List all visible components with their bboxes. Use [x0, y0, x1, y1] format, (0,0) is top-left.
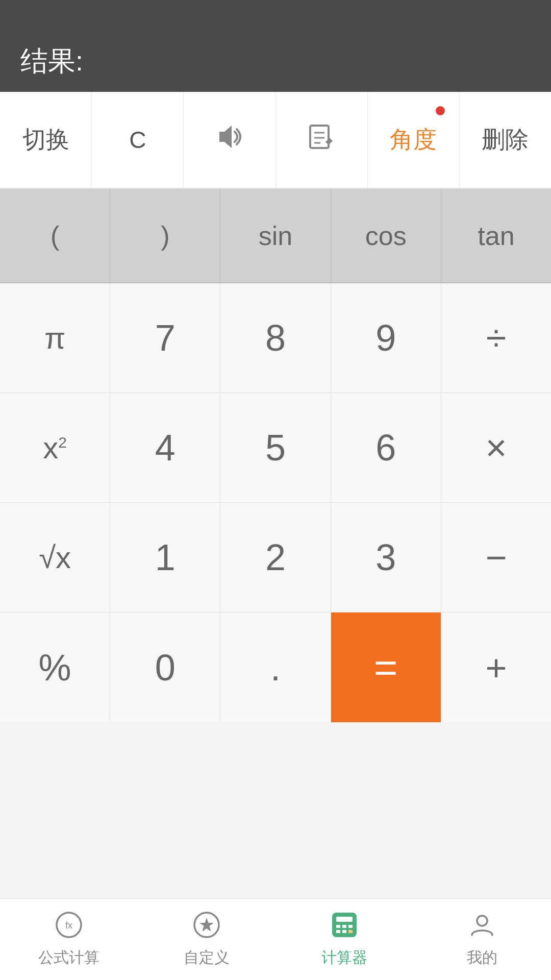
7-label: 7 — [155, 317, 176, 359]
svg-rect-1 — [310, 126, 329, 148]
plus-button[interactable]: + — [441, 612, 551, 722]
svg-point-17 — [477, 916, 487, 926]
angle-button[interactable]: 角度 — [368, 92, 460, 188]
equals-label: = — [374, 644, 398, 691]
status-bar — [0, 0, 551, 31]
sound-button[interactable] — [184, 92, 276, 188]
numpad: π 7 8 9 ÷ x2 4 5 — [0, 283, 551, 980]
4-label: 4 — [155, 427, 176, 469]
numpad-row-3: √x 1 2 3 − — [0, 503, 551, 612]
lparen-label: ( — [51, 220, 59, 251]
mine-label: 我的 — [467, 947, 497, 968]
multiply-button[interactable]: × — [441, 393, 551, 502]
equals-button[interactable]: = — [331, 612, 441, 722]
sqrt-button[interactable]: √x — [0, 503, 110, 612]
nav-calculator[interactable]: 计算器 — [276, 899, 413, 980]
custom-label: 自定义 — [184, 947, 230, 968]
sin-button[interactable]: sin — [220, 189, 331, 282]
calculator-icon — [330, 911, 359, 943]
7-button[interactable]: 7 — [110, 283, 220, 393]
0-label: 0 — [155, 647, 176, 689]
edit-icon — [306, 121, 337, 158]
svg-rect-14 — [336, 930, 340, 933]
svg-rect-15 — [342, 930, 346, 933]
cos-label: cos — [365, 220, 407, 251]
svg-rect-10 — [336, 917, 353, 922]
svg-rect-16 — [348, 930, 353, 933]
divide-button[interactable]: ÷ — [441, 283, 551, 393]
numpad-row-1: π 7 8 9 ÷ — [0, 283, 551, 393]
svg-rect-12 — [342, 925, 346, 928]
nav-formula[interactable]: fx 公式计算 — [0, 899, 138, 980]
xsq-label: x2 — [43, 430, 67, 465]
lparen-button[interactable]: ( — [0, 189, 110, 282]
toolbar: 切换 C — [0, 92, 551, 189]
nav-mine[interactable]: 我的 — [413, 899, 551, 980]
6-button[interactable]: 6 — [331, 393, 441, 502]
3-button[interactable]: 3 — [331, 503, 441, 612]
angle-label: 角度 — [390, 124, 437, 156]
8-label: 8 — [265, 317, 286, 359]
rparen-button[interactable]: ) — [110, 189, 220, 282]
minus-label: − — [485, 536, 507, 578]
numpad-row-4: % 0 . = + — [0, 612, 551, 722]
cos-button[interactable]: cos — [331, 189, 441, 282]
dot-button[interactable]: . — [220, 612, 331, 722]
calculator-app: 结果: 切换 C — [0, 0, 551, 980]
svg-text:fx: fx — [65, 920, 72, 930]
switch-button[interactable]: 切换 — [0, 92, 92, 188]
2-button[interactable]: 2 — [220, 503, 331, 612]
svg-rect-13 — [348, 925, 353, 928]
pi-label: π — [44, 321, 65, 356]
8-button[interactable]: 8 — [220, 283, 331, 393]
6-label: 6 — [375, 427, 396, 469]
delete-label: 删除 — [482, 124, 529, 156]
mine-icon — [468, 911, 496, 943]
clear-button[interactable]: C — [92, 92, 184, 188]
switch-label: 切换 — [22, 124, 69, 156]
dot-label: . — [270, 647, 281, 689]
5-button[interactable]: 5 — [220, 393, 331, 502]
1-button[interactable]: 1 — [110, 503, 220, 612]
3-label: 3 — [375, 536, 396, 578]
sound-icon — [214, 121, 245, 158]
2-label: 2 — [265, 536, 286, 578]
divide-label: ÷ — [486, 317, 507, 359]
0-button[interactable]: 0 — [110, 612, 220, 722]
nav-custom[interactable]: 自定义 — [138, 899, 276, 980]
formula-icon: fx — [55, 911, 83, 943]
svg-marker-8 — [199, 918, 214, 932]
result-label: 结果: — [20, 43, 83, 80]
result-area: 结果: — [0, 31, 551, 92]
calculator-label: 计算器 — [321, 947, 367, 968]
pi-button[interactable]: π — [0, 283, 110, 393]
percent-label: % — [39, 647, 71, 689]
angle-dot — [436, 106, 445, 115]
sci-row: ( ) sin cos tan — [0, 189, 551, 283]
4-button[interactable]: 4 — [110, 393, 220, 502]
delete-button[interactable]: 删除 — [460, 92, 551, 188]
sqrt-label: √x — [39, 540, 71, 575]
bottom-nav: fx 公式计算 自定义 — [0, 898, 551, 980]
plus-label: + — [485, 647, 507, 689]
minus-button[interactable]: − — [441, 503, 551, 612]
9-label: 9 — [375, 317, 396, 359]
5-label: 5 — [265, 427, 286, 469]
1-label: 1 — [155, 536, 176, 578]
multiply-label: × — [485, 427, 507, 469]
xsquared-button[interactable]: x2 — [0, 393, 110, 502]
edit-button[interactable] — [276, 92, 368, 188]
rparen-label: ) — [161, 220, 169, 251]
formula-label: 公式计算 — [38, 947, 99, 968]
svg-rect-11 — [336, 925, 340, 928]
tan-button[interactable]: tan — [441, 189, 551, 282]
percent-button[interactable]: % — [0, 612, 110, 722]
clear-label: C — [129, 126, 146, 154]
svg-marker-0 — [219, 126, 232, 148]
tan-label: tan — [478, 220, 514, 251]
sin-label: sin — [259, 220, 292, 251]
9-button[interactable]: 9 — [331, 283, 441, 393]
numpad-row-2: x2 4 5 6 × — [0, 393, 551, 503]
custom-icon — [192, 911, 221, 943]
